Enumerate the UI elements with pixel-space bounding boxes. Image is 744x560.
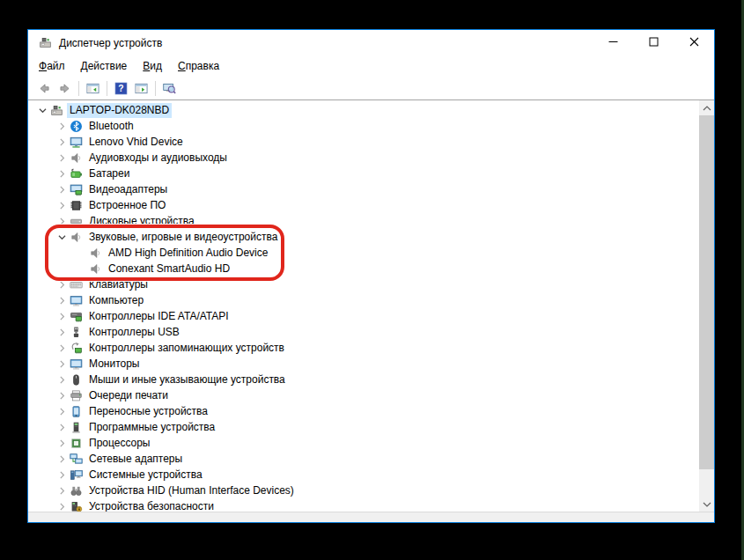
tree-item[interactable]: Аудиовходы и аудиовыходы — [28, 150, 699, 166]
back-button[interactable] — [34, 78, 55, 98]
tree-item-label: Видеоадаптеры — [86, 182, 170, 197]
speaker-icon — [69, 151, 83, 165]
tree-item-label: Батареи — [86, 166, 132, 181]
tree-item-label: Дисковые устройства — [86, 214, 197, 229]
tree-item[interactable]: Conexant SmartAudio HD — [28, 261, 699, 276]
cpu-icon — [69, 436, 83, 450]
tree-item-label: Bluetooth — [86, 119, 136, 134]
chevron-right-icon[interactable] — [55, 135, 69, 149]
tree-item-label: Контроллеры USB — [86, 325, 182, 340]
speaker-icon — [88, 262, 102, 276]
chevron-right-icon[interactable] — [55, 325, 69, 339]
chevron-right-icon[interactable] — [55, 372, 69, 387]
chevron-right-icon[interactable] — [55, 341, 69, 355]
chevron-right-icon[interactable] — [55, 357, 69, 371]
tree-item[interactable]: Батареи — [28, 166, 699, 181]
tree-item[interactable]: Контроллеры USB — [28, 324, 699, 340]
chevron-right-icon[interactable] — [55, 309, 69, 323]
device-tree: LAPTOP-DK028NBDBluetoothLenovo Vhid Devi… — [28, 100, 714, 512]
tree-item[interactable]: Видеоадаптеры — [28, 181, 699, 197]
help-button[interactable]: ? — [111, 78, 131, 98]
chevron-down-icon[interactable] — [55, 230, 69, 244]
tree-item[interactable]: Очереди печати — [28, 387, 699, 403]
scrollbar-thumb[interactable] — [699, 115, 714, 469]
tree-item[interactable]: Клавиатуры — [28, 276, 699, 292]
chevron-right-icon[interactable] — [55, 452, 69, 466]
close-button[interactable] — [674, 30, 714, 55]
show-console-tree-button[interactable] — [83, 78, 103, 98]
tree-item[interactable]: Lenovo Vhid Device — [28, 134, 699, 150]
console-window-left-icon — [86, 82, 99, 95]
vertical-scrollbar[interactable] — [699, 100, 714, 512]
scroll-up-button[interactable] — [699, 100, 714, 115]
monitor-icon — [69, 293, 83, 307]
tree-item[interactable]: Звуковые, игровые и видеоустройства — [28, 229, 699, 245]
chevron-right-icon[interactable] — [55, 483, 69, 497]
chevron-right-icon[interactable] — [55, 214, 69, 228]
menu-item-action[interactable]: Действие — [73, 55, 136, 77]
tree-item[interactable]: Контроллеры запоминающих устройств — [28, 340, 699, 356]
chevron-right-icon[interactable] — [55, 388, 69, 402]
tree-item-label: Компьютер — [86, 293, 146, 308]
chevron-right-icon[interactable] — [55, 293, 69, 307]
close-icon — [689, 36, 699, 49]
chevron-right-icon[interactable] — [55, 151, 69, 165]
chevron-down-icon[interactable] — [35, 103, 49, 117]
menu-item-view[interactable]: Вид — [135, 55, 170, 77]
chevron-right-icon[interactable] — [55, 499, 69, 512]
minimize-button[interactable] — [593, 30, 633, 55]
keyboard-icon — [69, 277, 83, 291]
action-pane-button[interactable] — [131, 78, 151, 98]
forward-button[interactable] — [55, 78, 75, 98]
tree-item[interactable]: Дисковые устройства — [28, 213, 699, 229]
tree-item[interactable]: Переносные устройства — [28, 403, 699, 419]
tree-item[interactable]: Мыши и иные указывающие устройства — [28, 372, 699, 387]
portable-device-icon — [69, 404, 83, 418]
scroll-down-button[interactable] — [699, 497, 714, 512]
tree-item-label: Клавиатуры — [86, 277, 151, 292]
tree-item[interactable]: Программные устройства — [28, 419, 699, 435]
tree-item[interactable]: Сетевые адаптеры — [28, 451, 699, 467]
tree-item[interactable]: Устройства HID (Human Interface Devices) — [28, 483, 699, 498]
arrow-right-icon — [58, 82, 71, 95]
printer-icon — [69, 388, 83, 402]
menu-item-file[interactable]: Файл — [31, 55, 73, 77]
video-adapter-icon — [69, 182, 83, 196]
tree-item[interactable]: Процессоры — [28, 435, 699, 451]
arrow-left-icon — [38, 82, 51, 95]
bluetooth-icon — [69, 119, 83, 133]
chevron-right-icon[interactable] — [55, 404, 69, 418]
tree-item-label: Переносные устройства — [86, 404, 210, 419]
chevron-right-icon[interactable] — [55, 182, 69, 196]
menu-item-help[interactable]: Справка — [170, 55, 227, 77]
tree-item-label: Мыши и иные указывающие устройства — [86, 372, 288, 387]
chevron-right-icon[interactable] — [55, 198, 69, 212]
toolbar-separator — [78, 81, 79, 96]
tree-item-label: Устройства HID (Human Interface Devices) — [86, 483, 297, 498]
speaker-icon — [88, 246, 102, 260]
tree-item-label: Conexant SmartAudio HD — [106, 262, 232, 276]
maximize-button[interactable] — [633, 30, 674, 55]
chevron-right-icon[interactable] — [55, 420, 69, 434]
tree-item[interactable]: Bluetooth — [28, 118, 699, 134]
computer-search-icon — [163, 82, 176, 95]
chevron-right-icon[interactable] — [55, 166, 69, 181]
chevron-right-icon[interactable] — [55, 119, 69, 133]
chevron-spacer — [74, 262, 88, 276]
tree-item[interactable]: Контроллеры IDE ATA/ATAPI — [28, 308, 699, 324]
window-title: Диспетчер устройств — [59, 37, 162, 49]
chevron-right-icon[interactable] — [55, 277, 69, 291]
tree-item[interactable]: Встроенное ПО — [28, 197, 699, 213]
scan-hardware-button[interactable] — [159, 78, 180, 98]
tree-item[interactable]: AMD High Definition Audio Device — [28, 245, 699, 261]
tree-item[interactable]: Устройства безопасности — [28, 498, 699, 512]
chevron-right-icon[interactable] — [55, 436, 69, 450]
chevron-spacer — [74, 246, 88, 260]
chevron-right-icon[interactable] — [55, 468, 69, 482]
tree-item[interactable]: Компьютер — [28, 292, 699, 308]
tree-item[interactable]: LAPTOP-DK028NBD — [28, 102, 699, 118]
help-question-icon: ? — [114, 82, 128, 95]
software-device-icon — [69, 420, 83, 434]
tree-item[interactable]: Мониторы — [28, 356, 699, 372]
tree-item[interactable]: Системные устройства — [28, 467, 699, 483]
